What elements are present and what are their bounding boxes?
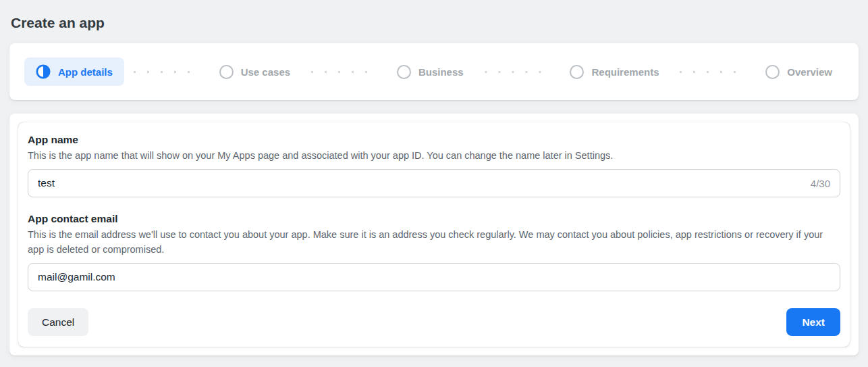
contact-email-field-group: App contact email This is the email addr… [28,213,840,291]
app-details-card: App name This is the app name that will … [9,114,859,356]
contact-email-input-wrap[interactable] [28,263,840,291]
step-overview[interactable]: Overview [754,58,844,86]
app-name-input[interactable] [38,177,803,189]
step-requirements[interactable]: Requirements [558,58,670,86]
step-label: App details [58,66,113,78]
contact-email-label: App contact email [28,213,840,225]
step-label: Requirements [591,66,659,78]
create-app-page: Create an app App details Use cases [0,0,868,356]
empty-circle-icon [219,65,234,79]
app-name-help-text: This is the app name that will show on y… [28,148,838,163]
next-button[interactable]: Next [786,308,840,336]
step-label: Business [418,66,464,78]
empty-circle-icon [397,65,411,79]
step-app-details-pill[interactable]: App details [24,57,124,86]
half-filled-circle-icon [36,64,51,79]
cancel-button[interactable]: Cancel [28,308,88,336]
step-app-details[interactable]: App details [24,57,124,86]
step-label: Use cases [241,66,290,78]
form-footer: Cancel Next [28,308,840,336]
step-business[interactable]: Business [385,58,475,86]
app-name-field-group: App name This is the app name that will … [28,134,840,197]
step-requirements-pill[interactable]: Requirements [558,58,670,86]
app-name-label: App name [28,134,840,146]
empty-circle-icon [765,65,780,79]
contact-email-input[interactable] [38,271,830,283]
page-title: Create an app [9,0,859,43]
step-use-cases-pill[interactable]: Use cases [208,58,302,86]
stepper: App details Use cases Business [24,57,844,86]
stepper-card: App details Use cases Business [9,43,859,100]
step-overview-pill[interactable]: Overview [754,58,844,86]
app-name-input-wrap[interactable]: 4/30 [28,169,840,197]
step-connector [134,71,198,73]
app-name-char-counter: 4/30 [803,178,830,189]
step-connector [680,71,744,73]
step-connector [485,71,549,73]
contact-email-help-text: This is the email address we'll use to c… [28,227,838,257]
app-details-form: App name This is the app name that will … [18,122,850,347]
step-label: Overview [787,66,832,78]
step-business-pill[interactable]: Business [385,58,475,86]
step-connector [311,71,376,73]
empty-circle-icon [570,65,584,79]
step-use-cases[interactable]: Use cases [208,58,302,86]
